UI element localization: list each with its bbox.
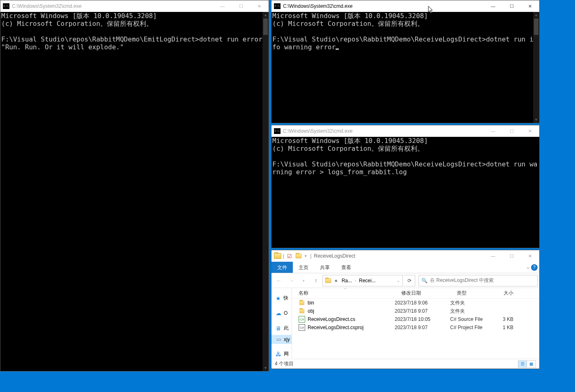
file-date: 2023/7/18 9:07 <box>395 308 450 314</box>
console-line: Microsoft Windows [版本 10.0.19045.3208] <box>1 12 157 20</box>
nav-history-dropdown[interactable]: ▾ <box>298 275 309 286</box>
file-size: 1 KB <box>495 325 520 330</box>
file-row[interactable]: obj2023/7/18 9:07文件夹 <box>292 307 539 315</box>
qat-dropdown-icon[interactable]: ▾ <box>303 254 308 258</box>
scroll-down-arrow[interactable]: ▼ <box>533 117 539 123</box>
network-icon: 🖧 <box>276 351 281 357</box>
tab-file[interactable]: 文件 <box>271 262 293 273</box>
cmd-icon: C:\ <box>274 3 281 9</box>
nav-this-pc[interactable]: 🖥此 <box>271 323 292 333</box>
minimize-button[interactable]: — <box>213 0 232 12</box>
console-line: (c) Microsoft Corporation。保留所有权利。 <box>1 20 153 28</box>
maximize-button[interactable]: ☐ <box>502 125 521 137</box>
file-row[interactable]: C#ReceiveLogsDirect.csproj2023/7/18 9:07… <box>292 323 539 332</box>
titlebar-left[interactable]: C:\ C:\Windows\System32\cmd.exe — ☐ ✕ <box>0 0 269 12</box>
address-bar[interactable]: « Ra... › Recei... ⌵ <box>322 275 403 286</box>
tab-home[interactable]: 主页 <box>293 262 314 273</box>
column-date[interactable]: 修改日期 <box>395 290 450 297</box>
maximize-button[interactable]: ☐ <box>232 0 250 12</box>
breadcrumb-item[interactable]: Recei... <box>358 278 377 284</box>
console-output-top-right[interactable]: Microsoft Windows [版本 10.0.19045.3208] (… <box>271 12 539 123</box>
nav-drive-item[interactable]: ▭xjy <box>271 335 292 344</box>
scroll-up-arrow[interactable]: ▲ <box>262 12 269 18</box>
window-title: ReceiveLogsDirect <box>313 253 355 259</box>
star-icon: ★ <box>276 295 281 302</box>
drive-icon: ▭ <box>276 337 281 342</box>
maximize-button[interactable]: ☐ <box>502 0 521 12</box>
column-size[interactable]: 大小 <box>495 290 520 297</box>
column-headers[interactable]: ⌃ 名称 修改日期 类型 大小 <box>292 288 539 299</box>
minimize-button[interactable]: — <box>484 125 502 137</box>
address-dropdown-icon[interactable]: ⌵ <box>397 279 401 283</box>
ribbon-expand-icon[interactable]: ⌵ <box>527 265 529 270</box>
qat-newfolder-icon[interactable] <box>294 251 303 261</box>
minimize-button[interactable]: — <box>484 0 502 12</box>
minimize-button[interactable]: — <box>484 250 502 262</box>
console-command: F:\Visual Studio\repos\RabbitMQDemo\Rece… <box>272 160 537 176</box>
folder-icon <box>325 278 331 283</box>
file-type: 文件夹 <box>450 308 495 315</box>
scroll-thumb[interactable] <box>263 18 268 35</box>
explorer-window: | ☑ ▾ | ReceiveLogsDirect — ☐ ✕ 文件 主页 共享… <box>271 250 540 369</box>
tab-share[interactable]: 共享 <box>314 262 336 273</box>
breadcrumb-prefix[interactable]: « <box>334 278 339 284</box>
file-rows: bin2023/7/18 9:06文件夹obj2023/7/18 9:07文件夹… <box>292 299 539 332</box>
nav-quick-access[interactable]: ★快 <box>271 293 292 303</box>
file-name: ReceiveLogsDirect.csproj <box>308 325 363 330</box>
scroll-up-arrow[interactable]: ▲ <box>533 12 539 18</box>
column-type[interactable]: 类型 <box>450 290 495 297</box>
refresh-button[interactable]: ⟳ <box>404 275 415 286</box>
qat-properties-icon[interactable]: ☑ <box>285 251 294 261</box>
explorer-body: ★快 ☁O 🖥此 ▭xjy 🖧网 ⌃ 名称 修改日期 类型 大小 bin2023… <box>271 288 539 359</box>
qat-separator: | <box>282 253 285 259</box>
breadcrumb-item[interactable]: Ra... <box>340 278 353 284</box>
nav-up-button[interactable]: ↑ <box>310 275 322 286</box>
scroll-down-arrow[interactable]: ▼ <box>262 365 269 371</box>
nav-pane[interactable]: ★快 ☁O 🖥此 ▭xjy 🖧网 <box>271 288 292 359</box>
close-button[interactable]: ✕ <box>521 125 539 137</box>
file-list-area: ⌃ 名称 修改日期 类型 大小 bin2023/7/18 9:06文件夹obj2… <box>292 288 539 359</box>
file-row[interactable]: C#ReceiveLogsDirect.cs2023/7/18 10:05C# … <box>292 315 539 323</box>
scroll-thumb[interactable] <box>534 18 538 35</box>
nav-forward-button[interactable]: → <box>285 275 297 286</box>
file-date: 2023/7/18 10:05 <box>395 316 450 322</box>
nav-back-button[interactable]: ← <box>273 275 285 286</box>
close-button[interactable]: ✕ <box>521 0 539 12</box>
tab-view[interactable]: 查看 <box>336 262 357 273</box>
search-icon: 🔍 <box>421 278 428 284</box>
view-details-button[interactable]: ☰ <box>518 360 527 368</box>
view-large-icons-button[interactable]: ▦ <box>527 360 536 368</box>
close-button[interactable]: ✕ <box>250 0 269 12</box>
column-name[interactable]: 名称 <box>292 290 395 297</box>
help-icon[interactable]: ? <box>531 264 538 271</box>
scrollbar[interactable]: ▲▼ <box>533 12 539 123</box>
file-row[interactable]: bin2023/7/18 9:06文件夹 <box>292 299 539 307</box>
console-command: F:\Visual Studio\repos\RabbitMQDemo\Rece… <box>272 35 537 51</box>
close-button[interactable]: ✕ <box>521 250 539 262</box>
explorer-titlebar[interactable]: | ☑ ▾ | ReceiveLogsDirect — ☐ ✕ <box>271 250 539 262</box>
search-placeholder: 在 ReceiveLogsDirect 中搜索 <box>430 277 494 284</box>
maximize-button[interactable]: ☐ <box>502 250 521 262</box>
file-date: 2023/7/18 9:06 <box>395 300 450 306</box>
file-date: 2023/7/18 9:07 <box>395 325 450 330</box>
chevron-right-icon[interactable]: › <box>355 279 356 283</box>
folder-icon <box>299 300 305 306</box>
cmd-window-left: C:\ C:\Windows\System32\cmd.exe — ☐ ✕ Mi… <box>0 0 269 371</box>
titlebar-mid-right[interactable]: C:\ C:\Windows\System32\cmd.exe — ☐ ✕ <box>271 125 539 137</box>
search-input[interactable]: 🔍 在 ReceiveLogsDirect 中搜索 <box>419 275 538 286</box>
console-output-left[interactable]: Microsoft Windows [版本 10.0.19045.3208] (… <box>0 12 269 371</box>
csproj-file-icon: C# <box>299 324 305 331</box>
nav-toolbar: ← → ▾ ↑ « Ra... › Recei... ⌵ ⟳ 🔍 在 Recei… <box>271 273 539 288</box>
file-size: 3 KB <box>495 316 520 322</box>
nav-onedrive[interactable]: ☁O <box>271 308 292 318</box>
titlebar-top-right[interactable]: C:\ C:\Windows\System32\cmd.exe — ☐ ✕ <box>271 0 539 12</box>
scrollbar[interactable]: ▲▼ <box>262 12 269 371</box>
window-title: C:\Windows\System32\cmd.exe <box>283 128 352 134</box>
console-line: Microsoft Windows [版本 10.0.19045.3208] <box>272 137 428 145</box>
console-output-mid-right[interactable]: Microsoft Windows [版本 10.0.19045.3208] (… <box>271 137 539 248</box>
window-title: C:\Windows\System32\cmd.exe <box>283 3 352 9</box>
file-type: 文件夹 <box>450 300 495 307</box>
cmd-window-mid-right: C:\ C:\Windows\System32\cmd.exe — ☐ ✕ Mi… <box>271 125 540 248</box>
nav-network[interactable]: 🖧网 <box>271 349 292 359</box>
status-item-count: 4 个项目 <box>275 360 294 367</box>
